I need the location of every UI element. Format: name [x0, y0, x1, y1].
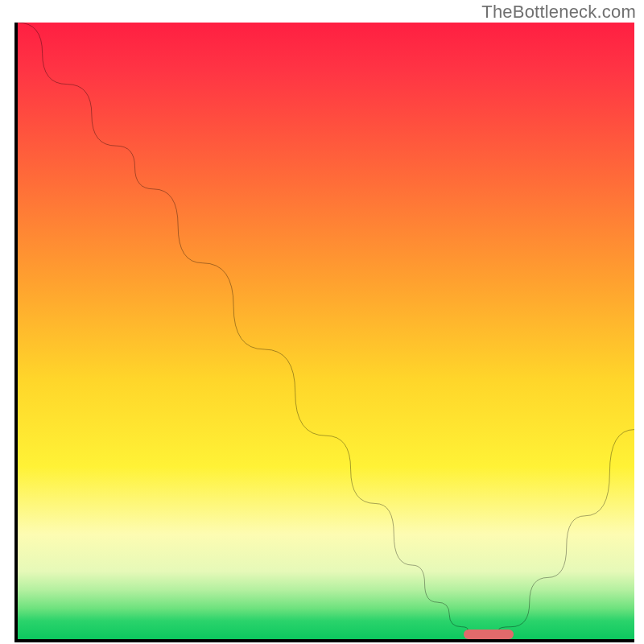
optimal-range-marker [464, 630, 514, 639]
watermark-text: TheBottleneck.com [481, 2, 636, 23]
plot-area [14, 23, 634, 642]
curve-path [18, 23, 634, 633]
bottleneck-curve [18, 23, 634, 639]
chart-container: TheBottleneck.com [0, 0, 644, 644]
